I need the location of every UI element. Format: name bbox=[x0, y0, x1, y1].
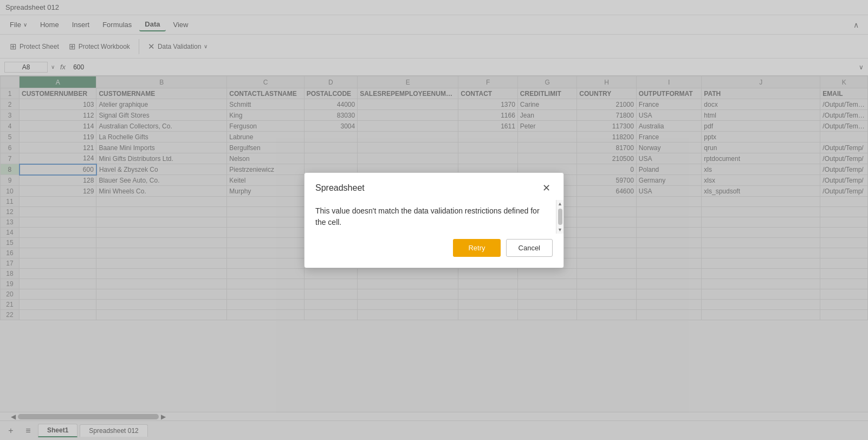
dialog-scrollbar[interactable]: ▲ ▼ bbox=[556, 200, 563, 234]
retry-button[interactable]: Retry bbox=[453, 239, 500, 257]
dialog-scroll-up[interactable]: ▲ bbox=[558, 201, 562, 206]
dialog-scroll-thumb[interactable] bbox=[558, 209, 562, 225]
dialog-scroll-down[interactable]: ▼ bbox=[558, 227, 562, 232]
dialog-body: This value doesn't match the data valida… bbox=[305, 200, 556, 234]
dialog-footer: Retry Cancel bbox=[305, 234, 563, 268]
dialog-close-button[interactable]: ✕ bbox=[540, 182, 553, 195]
dialog-message: This value doesn't match the data valida… bbox=[315, 206, 540, 227]
dialog-header: Spreadsheet ✕ bbox=[305, 173, 563, 200]
dialog-title: Spreadsheet bbox=[315, 183, 365, 193]
dialog-overlay: Spreadsheet ✕ This value doesn't match t… bbox=[0, 0, 868, 440]
dialog: Spreadsheet ✕ This value doesn't match t… bbox=[304, 172, 564, 268]
cancel-button[interactable]: Cancel bbox=[506, 239, 553, 257]
close-icon: ✕ bbox=[542, 182, 550, 194]
